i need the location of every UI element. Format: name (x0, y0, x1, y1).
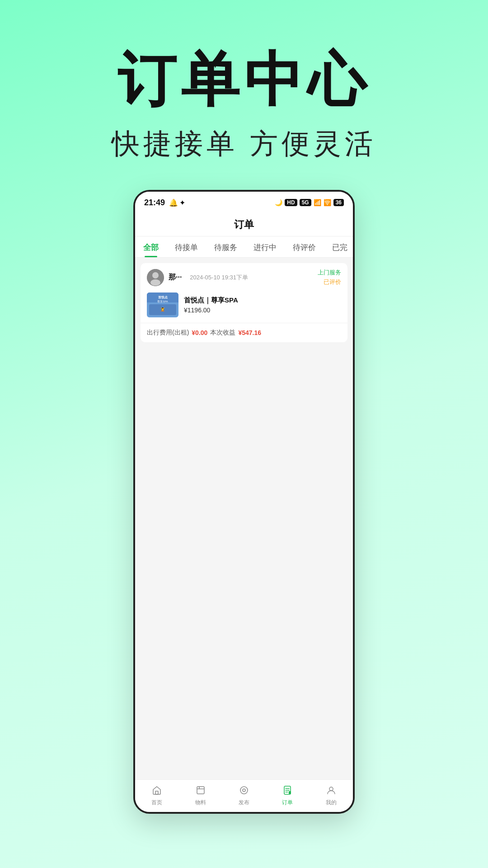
profile-icon (326, 785, 336, 797)
nav-materials[interactable]: 物料 (178, 780, 222, 812)
tab-bar[interactable]: 全部 待接单 待服务 进行中 待评价 已完 (135, 236, 353, 258)
nav-publish[interactable]: 发布 (222, 780, 266, 812)
nav-materials-label: 物料 (195, 799, 206, 807)
nav-home-label: 首页 (151, 799, 162, 807)
svg-text:首悦点: 首悦点 (158, 295, 168, 299)
tab-all[interactable]: 全部 (135, 236, 167, 257)
status-right: 🌙 HD 5G 📶 🛜 36 (275, 199, 344, 206)
travel-cost-value: ¥0.00 (192, 329, 207, 336)
service-price: ¥1196.00 (184, 307, 341, 314)
tab-in-progress[interactable]: 进行中 (245, 236, 285, 257)
tab-pending-service[interactable]: 待服务 (206, 236, 245, 257)
order-card[interactable]: 那··· 2024-05-10 19:31下单 上门服务 已评价 首悦点 尊享S… (141, 263, 347, 342)
order-status-tags: 上门服务 已评价 (318, 269, 341, 286)
travel-cost-label: 出行费用(出租) (147, 329, 189, 337)
bottom-nav[interactable]: 首页 物料 发布 (135, 779, 353, 812)
tab-completed[interactable]: 已完 (324, 236, 353, 257)
home-icon (152, 785, 162, 797)
tab-pending-review[interactable]: 待评价 (285, 236, 324, 257)
svg-rect-9 (155, 791, 158, 794)
hd-badge: HD (285, 199, 297, 206)
app-header-title: 订单 (234, 219, 254, 230)
service-type-tag: 上门服务 (318, 269, 341, 277)
battery-badge: 36 (333, 199, 344, 206)
orders-icon (282, 785, 292, 797)
status-bar: 21:49 🔔 ✦ 🌙 HD 5G 📶 🛜 36 (135, 192, 353, 212)
order-service[interactable]: 首悦点 尊享SPA 💆 首悦点｜尊享SPA ¥1196.00 (141, 290, 347, 323)
eval-status-tag: 已评价 (324, 278, 341, 286)
user-name: 那··· (169, 273, 182, 282)
5g-badge: 5G (300, 199, 311, 206)
svg-rect-14 (289, 791, 291, 794)
materials-icon (196, 785, 206, 797)
status-left: 21:49 🔔 ✦ (144, 198, 185, 208)
publish-icon (239, 785, 249, 797)
moon-icon: 🌙 (275, 199, 282, 206)
svg-point-2 (150, 279, 160, 286)
svg-text:尊享SPA: 尊享SPA (157, 300, 168, 303)
hero-title: 订单中心 (117, 41, 371, 120)
user-avatar (147, 269, 164, 286)
notification-icon: 🔔 (169, 198, 178, 207)
nav-home[interactable]: 首页 (135, 780, 178, 812)
svg-point-12 (243, 789, 245, 792)
svg-point-1 (152, 272, 159, 278)
app-icon: ✦ (179, 198, 185, 207)
service-name: 首悦点｜尊享SPA (184, 296, 341, 305)
nav-profile-label: 我的 (326, 799, 337, 807)
phone-mockup: 21:49 🔔 ✦ 🌙 HD 5G 📶 🛜 36 订单 全部 待接单 待服务 进… (133, 190, 355, 814)
order-card-footer: 出行费用(出租) ¥0.00 本次收益 ¥547.16 (141, 323, 347, 342)
hero-subtitle: 快捷接单 方便灵活 (112, 125, 376, 163)
earnings-label: 本次收益 (210, 329, 235, 337)
service-image: 首悦点 尊享SPA 💆 (147, 292, 178, 317)
order-time: 2024-05-10 19:31下单 (190, 274, 248, 282)
svg-point-15 (329, 787, 333, 791)
signal-icon: 📶 (314, 199, 321, 206)
svg-text:💆: 💆 (160, 307, 165, 311)
nav-profile[interactable]: 我的 (310, 780, 353, 812)
status-time: 21:49 (144, 198, 165, 208)
order-user-info: 那··· 2024-05-10 19:31下单 (147, 269, 248, 286)
nav-orders[interactable]: 订单 (266, 780, 309, 812)
nav-orders-label: 订单 (282, 799, 293, 807)
earnings-value: ¥547.16 (238, 329, 261, 336)
app-header: 订单 (135, 212, 353, 236)
tab-pending-accept[interactable]: 待接单 (167, 236, 206, 257)
content-area: 那··· 2024-05-10 19:31下单 上门服务 已评价 首悦点 尊享S… (135, 258, 353, 779)
order-card-header: 那··· 2024-05-10 19:31下单 上门服务 已评价 (141, 263, 347, 290)
svg-rect-10 (197, 787, 204, 794)
svg-point-11 (240, 787, 248, 794)
service-info: 首悦点｜尊享SPA ¥1196.00 (184, 296, 341, 314)
nav-publish-label: 发布 (239, 799, 249, 807)
wifi-icon: 🛜 (324, 199, 331, 206)
